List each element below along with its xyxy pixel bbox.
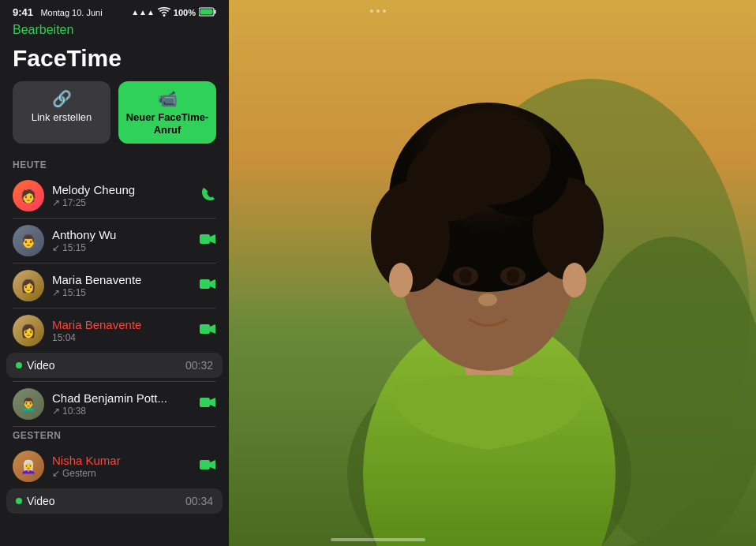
status-time-date: 9:41 Montag 10. Juni: [13, 6, 103, 18]
svg-point-20: [163, 14, 165, 17]
active-dot-maria2: [16, 362, 22, 368]
svg-rect-22: [215, 9, 216, 13]
contact-meta-chad: ↗ 10:38: [52, 406, 199, 417]
contact-anthony-wu[interactable]: 👨 Anthony Wu ↙ 15:15: [0, 219, 229, 263]
signal-icon: ▲▲▲: [131, 8, 155, 17]
active-call-maria2[interactable]: Video 00:32: [6, 353, 223, 378]
section-header-gestern: GESTERN: [0, 427, 229, 444]
time-anthony: 15:15: [62, 242, 86, 253]
video-action-chad[interactable]: [199, 396, 216, 413]
contact-meta-melody: ↗ 17:25: [52, 197, 200, 208]
time-maria1: 15:15: [62, 287, 86, 298]
avatar-maria1: 👩: [13, 270, 44, 301]
active-call-nisha[interactable]: Video 00:34: [6, 488, 223, 514]
svg-point-16: [507, 269, 519, 283]
contact-info-anthony: Anthony Wu ↙ 15:15: [52, 228, 199, 253]
contact-chad[interactable]: 👨‍🦱 Chad Benjamin Pott... ↗ 10:38: [0, 382, 229, 426]
action-buttons: 🔗 Link erstellen 📹 Neuer FaceTime-Anruf: [0, 81, 229, 156]
contact-maria-1[interactable]: 👩 Maria Benavente ↗ 15:15: [0, 264, 229, 308]
battery-icon: [199, 7, 216, 18]
svg-point-19: [563, 263, 586, 297]
dot-2: [376, 9, 380, 13]
svg-rect-28: [200, 460, 210, 469]
avatar-anthony: 👨: [13, 225, 44, 256]
contact-name-chad: Chad Benjamin Pott...: [52, 391, 199, 405]
sidebar: 9:41 Montag 10. Juni ▲▲▲ 100%: [0, 0, 229, 546]
link-button[interactable]: 🔗 Link erstellen: [13, 81, 110, 144]
contact-info-maria1: Maria Benavente ↗ 15:15: [52, 273, 199, 298]
dot-3: [383, 9, 386, 13]
contact-name-maria1: Maria Benavente: [52, 273, 199, 286]
time-chad: 10:38: [62, 406, 86, 417]
avatar-nisha: 👩‍🦳: [13, 451, 44, 482]
contact-info-melody: Melody Cheung ↗ 17:25: [52, 183, 200, 208]
home-indicator: [331, 538, 425, 541]
svg-rect-27: [200, 398, 210, 407]
time-nisha: Gestern: [62, 468, 96, 479]
video-action-nisha[interactable]: [199, 458, 216, 475]
svg-point-17: [478, 294, 497, 306]
link-button-label: Link erstellen: [32, 111, 92, 123]
arrow-chad: ↗: [52, 406, 60, 417]
arrow-maria1: ↗: [52, 287, 60, 298]
svg-rect-25: [200, 279, 210, 289]
video-icon: 📹: [158, 89, 178, 108]
status-date: Montag 10. Juni: [40, 8, 102, 17]
contact-name-maria2: Maria Benavente: [52, 318, 199, 331]
app-title: FaceTime: [0, 43, 229, 81]
section-header-heute: HEUTE: [0, 156, 229, 174]
link-icon: 🔗: [52, 89, 72, 108]
contact-maria-2[interactable]: 👩 Maria Benavente 15:04: [0, 309, 229, 353]
svg-rect-23: [200, 9, 213, 14]
active-dot-nisha: [16, 498, 22, 504]
contact-meta-maria2: 15:04: [52, 332, 199, 343]
contact-nisha[interactable]: 👩‍🦳 Nisha Kumar ↙ Gestern: [0, 444, 229, 488]
new-facetime-button[interactable]: 📹 Neuer FaceTime-Anruf: [118, 81, 216, 144]
contact-melody-cheung[interactable]: 🧑 Melody Cheung ↗ 17:25: [0, 174, 229, 218]
avatar-chad: 👨‍🦱: [13, 388, 44, 420]
wifi-icon: [158, 7, 170, 18]
contact-name-anthony: Anthony Wu: [52, 228, 199, 241]
time-melody: 17:25: [62, 197, 86, 208]
video-action-anthony[interactable]: [199, 233, 216, 249]
top-dots: [370, 9, 386, 13]
dot-1: [370, 9, 373, 13]
avatar-melody: 🧑: [13, 180, 44, 211]
time-maria2: 15:04: [52, 332, 76, 343]
svg-point-15: [459, 269, 472, 283]
contact-meta-nisha: ↙ Gestern: [52, 468, 199, 479]
battery-percentage: 100%: [174, 8, 196, 17]
arrow-nisha: ↙: [52, 468, 60, 479]
active-label-maria2: Video: [27, 359, 185, 372]
avatar-maria2: 👩: [13, 315, 44, 346]
contact-meta-maria1: ↗ 15:15: [52, 287, 199, 298]
facetime-button-label: Neuer FaceTime-Anruf: [126, 111, 209, 136]
call-action-melody[interactable]: [200, 186, 216, 206]
status-icons: ▲▲▲ 100%: [131, 7, 216, 18]
status-bar: 9:41 Montag 10. Juni ▲▲▲ 100%: [0, 0, 229, 21]
svg-rect-26: [200, 324, 210, 334]
video-action-maria1[interactable]: [199, 278, 216, 294]
svg-point-18: [389, 263, 413, 297]
video-action-maria2[interactable]: [199, 323, 216, 339]
svg-rect-24: [200, 234, 210, 244]
contact-list: HEUTE 🧑 Melody Cheung ↗ 17:25: [0, 156, 229, 546]
contact-info-nisha: Nisha Kumar ↙ Gestern: [52, 454, 199, 479]
contact-info-chad: Chad Benjamin Pott... ↗ 10:38: [52, 391, 199, 417]
edit-button[interactable]: Bearbeiten: [0, 21, 229, 43]
contact-meta-anthony: ↙ 15:15: [52, 242, 199, 253]
svg-point-12: [425, 110, 551, 205]
active-duration-maria2: 00:32: [185, 359, 213, 372]
status-time: 9:41: [13, 6, 33, 18]
arrow-anthony: ↙: [52, 242, 60, 253]
contact-info-maria2: Maria Benavente 15:04: [52, 318, 199, 343]
contact-name-melody: Melody Cheung: [52, 183, 200, 196]
active-duration-nisha: 00:34: [185, 495, 213, 507]
arrow-melody: ↗: [52, 197, 60, 208]
active-label-nisha: Video: [27, 495, 185, 507]
contact-name-nisha: Nisha Kumar: [52, 454, 199, 467]
